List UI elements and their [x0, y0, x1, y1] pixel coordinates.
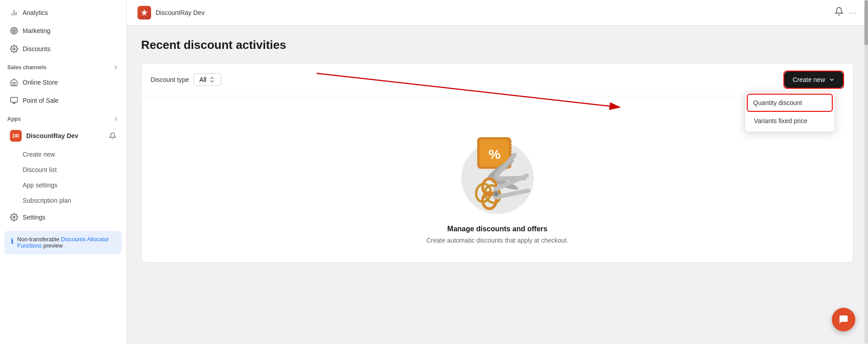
sidebar-item-label: Online Store — [23, 79, 58, 86]
scrollbar[interactable] — [864, 0, 868, 344]
sidebar-item-label: Marketing — [23, 27, 50, 34]
chat-button[interactable] — [832, 308, 855, 331]
app-name-label: DiscountRay Dev — [26, 132, 78, 139]
create-new-dropdown: Quantity discount Variants fixed price — [745, 91, 835, 132]
bell-icon — [109, 132, 116, 139]
sales-channels-section: Sales channels — [0, 58, 126, 73]
scrollbar-thumb[interactable] — [864, 0, 868, 45]
svg-point-6 — [13, 48, 15, 50]
store-icon — [10, 78, 18, 86]
settings-label: Settings — [23, 214, 46, 221]
gear-icon — [10, 45, 18, 53]
create-new-button[interactable]: Create new — [784, 72, 843, 88]
svg-marker-11 — [141, 9, 148, 15]
content-area: Recent discount activities Discount type… — [127, 25, 868, 344]
sidebar-item-label: Point of Sale — [23, 97, 58, 104]
topbar-logo — [138, 6, 151, 19]
chat-icon — [838, 314, 849, 325]
more-menu-icon[interactable]: ··· — [849, 9, 857, 16]
app-logo: DR — [10, 130, 22, 142]
topbar: DiscountRay Dev ··· — [127, 0, 868, 25]
empty-state-subtitle: Create automatic discounts that apply at… — [427, 237, 569, 244]
sidebar: Analytics Marketing Discounts Sales chan… — [0, 0, 127, 344]
sidebar-item-pos[interactable]: Point of Sale — [3, 92, 123, 109]
info-box: ℹ Non-transferable Discounts Allocator F… — [5, 231, 122, 254]
chevron-up-down-icon — [209, 76, 215, 83]
settings-gear-icon — [10, 213, 18, 221]
sidebar-item-marketing[interactable]: Marketing — [3, 22, 123, 39]
sidebar-item-analytics[interactable]: Analytics — [3, 4, 123, 21]
topbar-title: DiscountRay Dev — [156, 9, 204, 16]
scissors-illustration: % — [452, 124, 543, 214]
sidebar-settings[interactable]: Settings — [3, 209, 123, 226]
sidebar-app-discountray[interactable]: DR DiscountRay Dev — [3, 125, 123, 146]
svg-point-26 — [495, 192, 498, 195]
empty-state-title: Manage discounts and offers — [447, 225, 547, 233]
sidebar-item-label: Analytics — [23, 9, 48, 16]
svg-point-10 — [13, 216, 15, 219]
svg-point-4 — [12, 29, 16, 33]
sidebar-sub-discount-list[interactable]: Discount list — [3, 162, 123, 177]
svg-point-5 — [14, 30, 15, 32]
discount-panel: Discount type All Create new — [141, 63, 854, 263]
svg-text:%: % — [489, 147, 501, 162]
sidebar-sub-subscription[interactable]: Subscription plan — [3, 193, 123, 208]
pos-icon — [10, 96, 18, 105]
chevron-down-icon — [829, 76, 835, 83]
main-content: DiscountRay Dev ··· Recent discount acti… — [127, 0, 868, 344]
notification-icon[interactable] — [835, 7, 844, 18]
apps-section: Apps — [0, 110, 126, 125]
sidebar-item-online-store[interactable]: Online Store — [3, 74, 123, 91]
discounts-allocator-link[interactable]: Discounts Allocator — [61, 236, 109, 243]
target-icon — [10, 27, 18, 35]
sidebar-item-label: Discounts — [23, 45, 50, 53]
dropdown-item-variants-fixed-price[interactable]: Variants fixed price — [747, 112, 833, 130]
info-icon: ℹ — [11, 237, 14, 249]
dropdown-item-quantity-discount[interactable]: Quantity discount — [747, 94, 833, 112]
discount-type-select[interactable]: All — [194, 73, 222, 86]
functions-link[interactable]: Functions — [17, 243, 42, 249]
page-title: Recent discount activities — [141, 38, 854, 52]
discount-type-label: Discount type — [151, 76, 189, 83]
sidebar-sub-app-settings[interactable]: App settings — [3, 178, 123, 192]
scissors-svg: % — [452, 124, 543, 214]
svg-rect-7 — [11, 97, 18, 102]
panel-toolbar: Discount type All Create new — [142, 63, 853, 96]
sidebar-sub-create-new[interactable]: Create new — [3, 147, 123, 162]
create-new-highlight: Create new — [783, 71, 844, 89]
chart-icon — [10, 9, 18, 17]
sidebar-item-discounts[interactable]: Discounts — [3, 40, 123, 57]
